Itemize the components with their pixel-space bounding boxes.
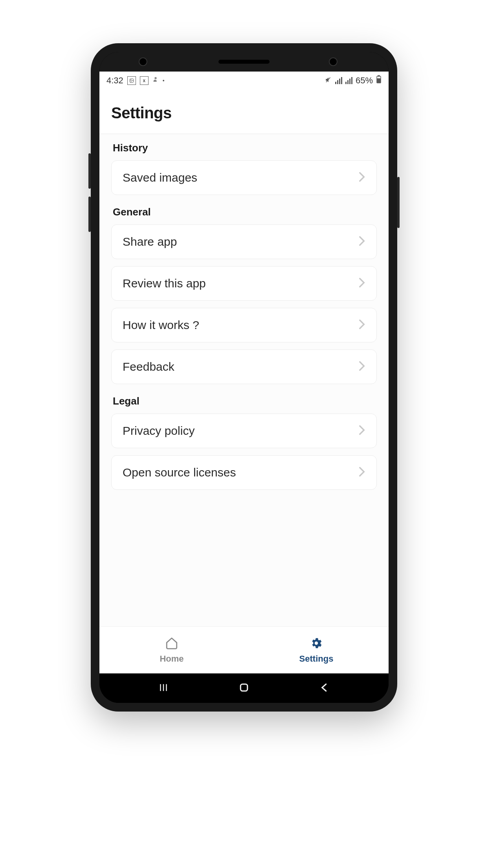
volume-down-button <box>88 197 91 232</box>
nav-settings[interactable]: Settings <box>244 627 389 673</box>
chevron-right-icon <box>358 466 365 479</box>
open-source-licenses-label: Open source licenses <box>123 466 236 479</box>
section-history: History Saved images <box>111 142 377 195</box>
nav-settings-label: Settings <box>299 654 334 664</box>
person-icon <box>152 76 159 85</box>
svg-rect-6 <box>377 79 380 83</box>
app-content: Settings History Saved images General <box>99 89 389 673</box>
chevron-right-icon <box>358 319 365 331</box>
gear-icon <box>310 636 323 651</box>
bottom-nav: Home Settings <box>99 626 389 673</box>
page-header: Settings <box>99 89 389 134</box>
review-app-label: Review this app <box>123 277 206 290</box>
image-icon <box>127 76 136 85</box>
status-bar: 4:32 x • 65% <box>99 72 389 89</box>
battery-percent: 65% <box>356 75 373 86</box>
saved-images-item[interactable]: Saved images <box>111 160 377 195</box>
nav-home[interactable]: Home <box>99 627 244 673</box>
volume-up-button <box>88 153 91 189</box>
how-it-works-label: How it works ? <box>123 318 199 332</box>
signal-icon-2 <box>345 77 352 84</box>
dot-icon: • <box>163 77 165 84</box>
section-title-legal: Legal <box>111 395 377 407</box>
mute-icon <box>325 75 332 86</box>
system-nav <box>99 673 389 703</box>
sensor-bar <box>99 52 389 72</box>
privacy-policy-item[interactable]: Privacy policy <box>111 414 377 448</box>
section-legal: Legal Privacy policy Open source license… <box>111 395 377 490</box>
battery-icon <box>376 75 382 86</box>
section-title-general: General <box>111 206 377 218</box>
svg-point-2 <box>154 77 156 79</box>
recent-apps-button[interactable] <box>158 682 169 695</box>
chevron-right-icon <box>358 171 365 184</box>
status-right: 65% <box>325 75 382 86</box>
svg-rect-10 <box>240 684 248 691</box>
privacy-policy-label: Privacy policy <box>123 424 194 438</box>
status-time: 4:32 <box>106 75 123 86</box>
phone-screen: 4:32 x • 65% <box>99 52 389 703</box>
feedback-item[interactable]: Feedback <box>111 349 377 384</box>
settings-body: History Saved images General Share app <box>99 134 389 626</box>
home-button[interactable] <box>238 682 250 695</box>
speaker-icon <box>218 60 270 64</box>
page-title: Settings <box>111 104 377 122</box>
section-general: General Share app Review this app <box>111 206 377 384</box>
home-icon <box>165 636 178 651</box>
notification-icon: x <box>140 76 149 85</box>
svg-rect-5 <box>378 75 380 76</box>
chevron-right-icon <box>358 277 365 290</box>
sensor-dot-icon <box>329 57 338 66</box>
signal-icon <box>335 77 342 84</box>
review-app-item[interactable]: Review this app <box>111 266 377 301</box>
share-app-label: Share app <box>123 235 177 248</box>
svg-point-1 <box>130 79 131 80</box>
how-it-works-item[interactable]: How it works ? <box>111 308 377 342</box>
open-source-licenses-item[interactable]: Open source licenses <box>111 455 377 490</box>
section-title-history: History <box>111 142 377 154</box>
share-app-item[interactable]: Share app <box>111 224 377 259</box>
front-camera-icon <box>139 57 147 66</box>
chevron-right-icon <box>358 235 365 248</box>
chevron-right-icon <box>358 360 365 373</box>
power-button <box>397 177 400 228</box>
status-left: 4:32 x • <box>106 75 165 86</box>
phone-frame: 4:32 x • 65% <box>91 43 397 712</box>
saved-images-label: Saved images <box>123 171 197 184</box>
nav-home-label: Home <box>160 654 183 664</box>
back-button[interactable] <box>319 682 330 695</box>
feedback-label: Feedback <box>123 360 174 373</box>
chevron-right-icon <box>358 425 365 437</box>
